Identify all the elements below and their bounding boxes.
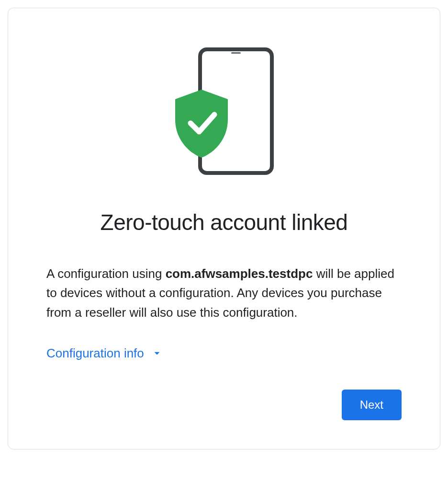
description-package: com.afwsamples.testdpc bbox=[166, 266, 313, 281]
hero-illustration bbox=[46, 46, 402, 176]
svg-rect-2 bbox=[231, 52, 241, 54]
dialog-title: Zero-touch account linked bbox=[46, 209, 402, 235]
description-prefix: A configuration using bbox=[46, 266, 166, 281]
next-button[interactable]: Next bbox=[342, 390, 402, 420]
dialog-description: A configuration using com.afwsamples.tes… bbox=[46, 264, 402, 322]
dialog-actions: Next bbox=[46, 390, 402, 420]
chevron-down-icon bbox=[151, 347, 163, 359]
dialog-card: Zero-touch account linked A configuratio… bbox=[8, 8, 440, 449]
expander-label: Configuration info bbox=[46, 346, 144, 361]
configuration-info-expander[interactable]: Configuration info bbox=[46, 346, 163, 361]
phone-shield-icon bbox=[171, 46, 277, 176]
